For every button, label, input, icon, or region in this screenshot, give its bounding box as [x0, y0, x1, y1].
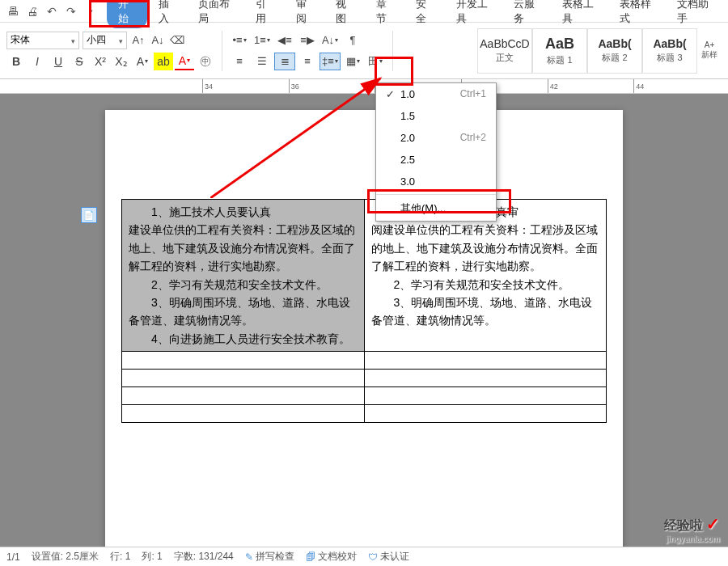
tab-table-style[interactable]: 表格样式: [608, 0, 666, 28]
style-preview: AaBb(: [598, 37, 631, 50]
status-row[interactable]: 行: 1: [110, 550, 130, 564]
tab-chapter[interactable]: 章节: [365, 0, 405, 28]
spacing-value: 3.0: [397, 175, 486, 188]
style-heading2[interactable]: AaBb( 标题 2: [587, 28, 642, 74]
quick-access: 🖶 🖨 ↶ ↷: [5, 3, 99, 19]
tab-insert[interactable]: 插入: [147, 0, 188, 28]
font-group: 宋体 小四 A↑ A↓ ⌫ B I U S X² X₂ A▾ ab A▾ ㊥: [6, 32, 215, 70]
spell-icon: ✎: [245, 551, 253, 563]
superscript-button[interactable]: X²: [91, 53, 110, 70]
table-cell[interactable]: [122, 405, 365, 423]
style-normal[interactable]: AaBbCcD 正文: [477, 28, 532, 74]
status-setting[interactable]: 设置值: 2.5厘米: [32, 550, 99, 564]
status-col[interactable]: 列: 1: [142, 550, 162, 564]
shading-button[interactable]: ▦▾: [342, 53, 363, 70]
spacing-other[interactable]: 其他(M)...: [376, 196, 496, 221]
underline-button[interactable]: U: [49, 53, 68, 70]
page[interactable]: 📄 1、施工技术人员要认真 建设单位供的工程有关资料：工程涉及区域的地上、地下建…: [105, 110, 623, 547]
tab-layout[interactable]: 页面布局: [187, 0, 244, 28]
style-heading3[interactable]: AaBb( 标题 3: [642, 28, 697, 74]
spacing-option-3[interactable]: 3.0: [376, 171, 496, 192]
ruler[interactable]: 34 36 38 40 42 44: [0, 79, 728, 94]
line-spacing-button[interactable]: ‡≡▾: [320, 53, 341, 70]
document-area: 📄 1、施工技术人员要认真 建设单位供的工程有关资料：工程涉及区域的地上、地下建…: [0, 94, 728, 547]
strike-button[interactable]: S: [70, 53, 89, 70]
grow-font-button[interactable]: A↑: [130, 32, 146, 49]
clear-format-button[interactable]: ⌫: [169, 32, 185, 49]
table-cell[interactable]: [364, 370, 607, 387]
table-cell[interactable]: [364, 387, 607, 405]
increase-indent-button[interactable]: ≡▶: [297, 32, 318, 49]
show-marks-button[interactable]: ¶: [342, 32, 363, 49]
table-cell[interactable]: [364, 405, 607, 423]
qat-dropdown-icon[interactable]: [83, 3, 99, 19]
tab-ref[interactable]: 引用: [244, 0, 285, 28]
line-spacing-dropdown: ✓ 1.0 Ctrl+1 1.5 2.0 Ctrl+2 2.5 3.0 其他(M…: [375, 82, 497, 222]
tab-cloud[interactable]: 云服务: [502, 0, 551, 28]
spacing-value: 2.0: [397, 132, 460, 144]
spacing-option-1[interactable]: ✓ 1.0 Ctrl+1: [376, 83, 496, 105]
table-cell[interactable]: [122, 387, 365, 405]
status-proof[interactable]: 🗐文档校对: [306, 550, 357, 564]
subscript-button[interactable]: X₂: [112, 53, 131, 70]
print-icon[interactable]: 🖨: [24, 3, 40, 19]
new-style-button[interactable]: A+ 新样: [697, 28, 722, 74]
table-cell[interactable]: [122, 352, 365, 370]
align-justify-button[interactable]: ≣: [274, 53, 295, 70]
spacing-option-25[interactable]: 2.5: [376, 149, 496, 171]
table-cell[interactable]: [122, 370, 365, 387]
status-auth[interactable]: 🛡未认证: [368, 550, 409, 564]
shrink-font-button[interactable]: A↓: [150, 32, 166, 49]
align-right-button[interactable]: ≡: [297, 53, 318, 70]
align-left-button[interactable]: ≡: [229, 53, 250, 70]
tab-view[interactable]: 视图: [324, 0, 365, 28]
sort-button[interactable]: A↓▾: [320, 32, 341, 49]
numbering-button[interactable]: 1≡▾: [252, 32, 273, 49]
font-size-select[interactable]: 小四: [83, 32, 127, 49]
highlight-button[interactable]: ab: [154, 53, 173, 70]
check-icon: ✓: [386, 88, 397, 100]
borders-button[interactable]: 田▾: [365, 53, 386, 70]
ruler-mark: 42: [548, 79, 634, 93]
spacing-option-2[interactable]: 2.0 Ctrl+2: [376, 127, 496, 149]
bold-button[interactable]: B: [6, 53, 26, 70]
status-page[interactable]: 1/1: [6, 551, 20, 563]
table-cell[interactable]: [364, 352, 607, 370]
bullets-button[interactable]: •≡▾: [229, 32, 250, 49]
italic-button[interactable]: I: [28, 53, 47, 70]
undo-icon[interactable]: ↶: [44, 3, 60, 19]
menu-tabs: 开始 插入 页面布局 引用 审阅 视图 章节 安全 开发工具 云服务 表格工具 …: [107, 0, 723, 28]
spacing-value: 1.0: [397, 88, 460, 100]
status-spell[interactable]: ✎拼写检查: [245, 550, 294, 564]
table-cell-right[interactable]: 占位占位占位占人员要认真审阅建设单位供的工程有关资料：工程涉及区域的地上、地下建…: [364, 200, 607, 352]
status-words[interactable]: 字数: 131/244: [174, 550, 234, 564]
spacing-option-15[interactable]: 1.5: [376, 105, 496, 127]
align-center-button[interactable]: ☰: [252, 53, 273, 70]
tab-dev[interactable]: 开发工具: [445, 0, 502, 28]
redo-icon[interactable]: ↷: [63, 3, 79, 19]
spacing-shortcut: Ctrl+2: [460, 132, 486, 144]
styles-group: AaBbCcD 正文 AaB 标题 1 AaBb( 标题 2 AaBb( 标题 …: [477, 28, 722, 74]
style-label: 标题 3: [657, 52, 682, 64]
font-name-select[interactable]: 宋体: [6, 32, 79, 49]
font-color-button[interactable]: A▾: [175, 53, 194, 70]
ruler-mark: 34: [202, 79, 289, 93]
style-label: 标题 2: [602, 52, 627, 64]
table-cell-left[interactable]: 1、施工技术人员要认真 建设单位供的工程有关资料：工程涉及区域的地上、地下建筑及…: [122, 200, 365, 352]
decrease-indent-button[interactable]: ◀≡: [274, 32, 295, 49]
tab-review[interactable]: 审阅: [285, 0, 325, 28]
text-effects-button[interactable]: A▾: [133, 53, 152, 70]
style-label: 标题 1: [547, 54, 572, 66]
page-nav-icon[interactable]: 📄: [81, 207, 97, 223]
font-name-value: 宋体: [11, 33, 30, 47]
phonetic-button[interactable]: ㊥: [196, 53, 215, 70]
style-preview: AaBb(: [653, 37, 686, 50]
tab-doc-helper[interactable]: 文档助手: [666, 0, 723, 28]
tab-security[interactable]: 安全: [404, 0, 445, 28]
tab-table-tools[interactable]: 表格工具: [551, 0, 608, 28]
document-table[interactable]: 1、施工技术人员要认真 建设单位供的工程有关资料：工程涉及区域的地上、地下建筑及…: [121, 199, 607, 423]
tab-home[interactable]: 开始: [107, 0, 147, 28]
save-icon[interactable]: 🖶: [5, 3, 21, 19]
style-heading1[interactable]: AaB 标题 1: [532, 28, 587, 74]
watermark-text: 经验啦: [664, 518, 703, 532]
